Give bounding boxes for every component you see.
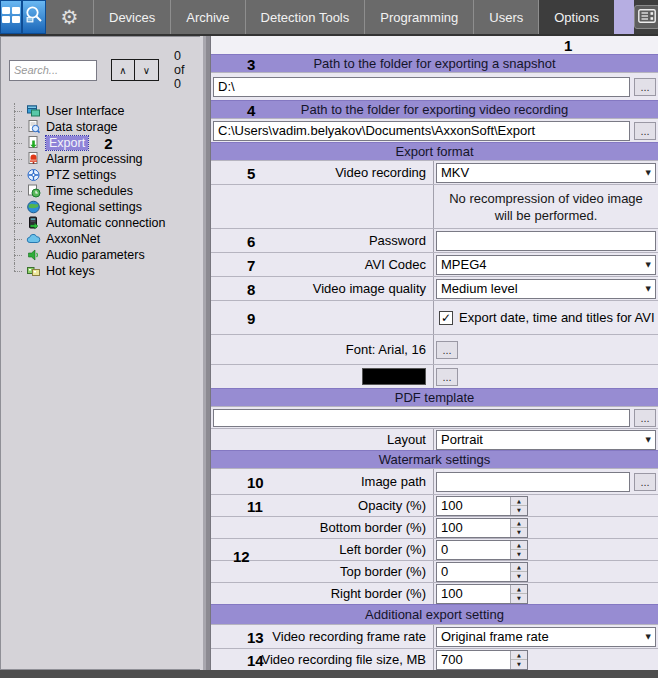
settings-tree: User Interface Data storage Export 2 Ala…: [5, 103, 200, 279]
avi-codec-dropdown[interactable]: MPEG4 ▼: [436, 255, 656, 275]
export-titles-label: Export date, time and titles for AVI: [459, 310, 655, 325]
sidebar-item-export[interactable]: Export 2: [5, 135, 200, 151]
opacity-spinner: ▲ ▼: [436, 496, 528, 516]
password-label: Password: [369, 233, 426, 248]
sidebar-item-user-interface[interactable]: User Interface: [5, 103, 200, 119]
chevron-down-icon: ▼: [646, 285, 651, 293]
title-color-swatch[interactable]: [362, 368, 426, 385]
left-border-row: Left border (%) ▲ ▼: [211, 538, 658, 560]
left-border-input[interactable]: [437, 541, 510, 559]
sidebar-item-ptz-settings[interactable]: PTZ settings: [5, 167, 200, 183]
sidebar-item-alarm-processing[interactable]: Alarm processing: [5, 151, 200, 167]
spin-down-icon[interactable]: ▼: [511, 528, 527, 537]
sidebar-item-hot-keys[interactable]: Hot keys: [5, 263, 200, 279]
annotation-callout-14: 14: [247, 651, 264, 668]
spin-up-icon[interactable]: ▲: [511, 563, 527, 573]
video-quality-label: Video image quality: [313, 281, 426, 296]
annotation-callout-3: 3: [247, 55, 255, 72]
left-border-label: Left border (%): [339, 542, 426, 557]
recompression-note-row: No recompression of video image will be …: [211, 184, 658, 228]
frame-rate-dropdown[interactable]: Original frame rate ▼: [436, 627, 656, 647]
section-header-snapshot-path: 3 Path to the folder for exporting a sna…: [211, 54, 658, 72]
spin-down-icon[interactable]: ▼: [511, 594, 527, 603]
video-quality-row: 8 Video image quality Medium level ▼: [211, 276, 658, 300]
export-titles-row: 9 ✓ Export date, time and titles for AVI: [211, 300, 658, 334]
opacity-input[interactable]: [437, 497, 510, 515]
video-recording-dropdown[interactable]: MKV ▼: [436, 163, 656, 183]
annotation-callout-13: 13: [247, 628, 264, 645]
chevron-down-icon: ∨: [143, 65, 150, 76]
video-path-browse-button[interactable]: ...: [634, 122, 656, 140]
panel-layout-icon: [638, 9, 656, 26]
pdf-browse-button[interactable]: ...: [634, 409, 656, 427]
tab-options[interactable]: Options: [539, 0, 614, 34]
password-input[interactable]: [436, 231, 656, 251]
search-input[interactable]: [9, 60, 97, 81]
pdf-template-input[interactable]: [213, 409, 630, 427]
right-border-row: Right border (%) ▲ ▼: [211, 582, 658, 604]
video-quality-dropdown[interactable]: Medium level ▼: [436, 279, 656, 299]
file-size-label: Video recording file size, MB: [261, 652, 426, 667]
sidebar-item-audio-parameters[interactable]: Audio parameters: [5, 247, 200, 263]
search-next-button[interactable]: ∨: [135, 59, 159, 81]
tab-users[interactable]: Users: [474, 0, 539, 34]
title-color-row: ...: [211, 364, 658, 388]
layouts-button[interactable]: [0, 0, 22, 34]
sidebar-item-data-storage[interactable]: Data storage: [5, 119, 200, 135]
export-icon: [26, 136, 41, 150]
layout-label: Layout: [387, 432, 426, 447]
settings-gear-button[interactable]: ⚙: [46, 0, 94, 34]
search-prev-button[interactable]: ∧: [111, 59, 135, 81]
bottom-border-input[interactable]: [437, 519, 510, 537]
top-border-spinner: ▲ ▼: [436, 562, 528, 582]
tab-programming[interactable]: Programming: [365, 0, 474, 34]
spin-up-icon[interactable]: ▲: [511, 497, 527, 507]
annotation-callout-6: 6: [247, 232, 255, 249]
spin-up-icon[interactable]: ▲: [511, 585, 527, 595]
video-path-input[interactable]: [213, 121, 630, 141]
export-titles-checkbox[interactable]: ✓: [439, 311, 453, 325]
panel-layout-button[interactable]: [634, 5, 658, 29]
snapshot-path-input[interactable]: [213, 77, 630, 97]
spin-up-icon[interactable]: ▲: [511, 541, 527, 551]
spin-down-icon[interactable]: ▼: [511, 550, 527, 559]
search-nav-buttons: ∧ ∨: [111, 59, 159, 81]
sidebar-item-regional-settings[interactable]: Regional settings: [5, 199, 200, 215]
image-path-browse-button[interactable]: ...: [634, 473, 656, 491]
tab-detection-tools[interactable]: Detection Tools: [246, 0, 366, 34]
annotation-callout-9: 9: [247, 309, 255, 326]
image-path-input[interactable]: [436, 472, 630, 492]
grid-icon: [1, 6, 21, 28]
snapshot-browse-button[interactable]: ...: [634, 78, 656, 96]
tab-archive[interactable]: Archive: [171, 0, 245, 34]
annotation-callout-12: 12: [233, 548, 250, 565]
spin-down-icon[interactable]: ▼: [511, 506, 527, 515]
frame-rate-row: 13 Video recording frame rate Original f…: [211, 624, 658, 648]
sidebar-item-automatic-connection[interactable]: Automatic connection: [5, 215, 200, 231]
font-browse-button[interactable]: ...: [436, 341, 458, 359]
spin-down-icon[interactable]: ▼: [511, 572, 527, 581]
spin-up-icon[interactable]: ▲: [511, 651, 527, 661]
video-recording-label: Video recording: [335, 165, 426, 180]
gear-icon: ⚙: [61, 5, 79, 29]
snapshot-path-row: ...: [211, 72, 658, 100]
color-browse-button[interactable]: ...: [436, 368, 458, 386]
font-label: Font: Arial, 16: [346, 342, 426, 357]
right-border-input[interactable]: [437, 585, 510, 603]
top-border-input[interactable]: [437, 563, 510, 581]
panel-splitter[interactable]: [200, 36, 210, 670]
sidebar-item-time-schedules[interactable]: Time schedules: [5, 183, 200, 199]
search-panel-button[interactable]: [22, 0, 46, 34]
annotation-callout-11: 11: [247, 497, 263, 514]
bottom-strip: [0, 670, 658, 678]
spin-up-icon[interactable]: ▲: [511, 519, 527, 529]
font-row: Font: Arial, 16 ...: [211, 334, 658, 364]
layout-dropdown[interactable]: Portrait ▼: [436, 430, 656, 450]
file-size-input[interactable]: [437, 651, 510, 669]
spin-down-icon[interactable]: ▼: [511, 660, 527, 669]
annotation-callout-10: 10: [247, 473, 264, 490]
recompression-note: No recompression of video image will be …: [436, 190, 656, 224]
purple-divider: [614, 0, 634, 34]
tab-devices[interactable]: Devices: [94, 0, 171, 34]
sidebar-item-axxonnet[interactable]: AxxonNet: [5, 231, 200, 247]
